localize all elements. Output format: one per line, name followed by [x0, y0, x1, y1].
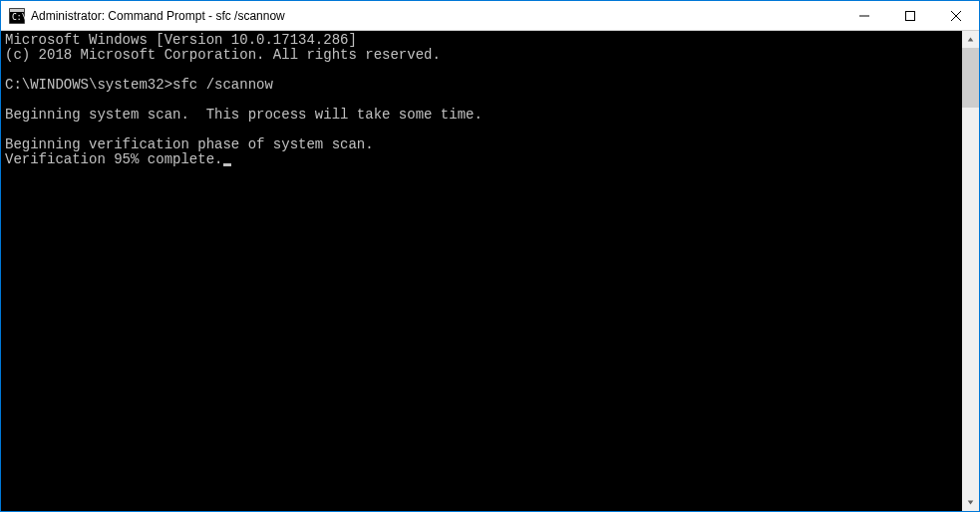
- minimize-button[interactable]: [841, 1, 887, 30]
- prompt-command: sfc /scannow: [172, 77, 273, 93]
- window-controls: [841, 1, 979, 30]
- console-line: Beginning system scan. This process will…: [5, 107, 483, 123]
- text-cursor: [223, 163, 231, 166]
- console-output[interactable]: Microsoft Windows [Version 10.0.17134.28…: [1, 31, 962, 511]
- command-prompt-window: C:\ Administrator: Command Prompt - sfc …: [1, 1, 979, 511]
- console-line: (c) 2018 Microsoft Corporation. All righ…: [5, 47, 441, 63]
- svg-text:C:\: C:\: [12, 13, 25, 22]
- window-title: Administrator: Command Prompt - sfc /sca…: [31, 9, 841, 23]
- prompt-path: C:\WINDOWS\system32>: [5, 77, 172, 93]
- svg-rect-4: [906, 11, 915, 20]
- console-line: Microsoft Windows [Version 10.0.17134.28…: [5, 32, 357, 48]
- svg-rect-1: [10, 9, 24, 12]
- svg-marker-8: [968, 500, 974, 504]
- content-area: Microsoft Windows [Version 10.0.17134.28…: [1, 31, 979, 511]
- scroll-thumb[interactable]: [962, 48, 979, 108]
- cmd-icon: C:\: [9, 8, 25, 24]
- scroll-up-button[interactable]: [962, 31, 979, 48]
- titlebar[interactable]: C:\ Administrator: Command Prompt - sfc …: [1, 1, 979, 31]
- vertical-scrollbar[interactable]: [962, 31, 979, 511]
- maximize-button[interactable]: [887, 1, 933, 30]
- close-button[interactable]: [933, 1, 979, 30]
- svg-marker-7: [968, 37, 974, 41]
- scroll-down-button[interactable]: [962, 494, 979, 511]
- console-line: Verification 95% complete.: [5, 151, 222, 167]
- console-line: Beginning verification phase of system s…: [5, 136, 374, 152]
- scroll-track[interactable]: [962, 48, 979, 494]
